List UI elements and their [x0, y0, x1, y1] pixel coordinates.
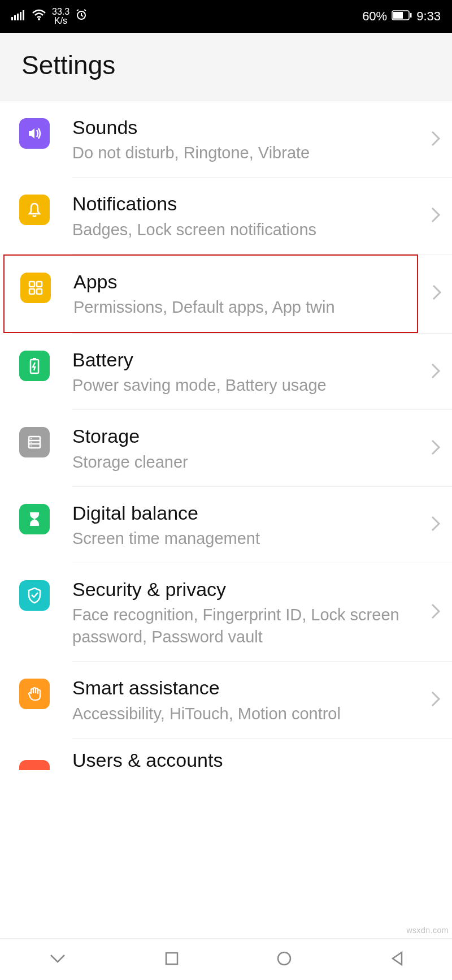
chevron-right-icon	[431, 690, 441, 710]
alarm-icon	[75, 8, 88, 24]
settings-item-users[interactable]: Users & accounts	[0, 739, 452, 770]
settings-item-security[interactable]: Security & privacy Face recognition, Fin…	[0, 563, 452, 662]
settings-item-digital-balance[interactable]: Digital balance Screen time management	[0, 487, 452, 563]
signal-icon	[11, 9, 26, 24]
row-subtitle: Power saving mode, Battery usage	[72, 374, 425, 396]
svg-rect-13	[37, 289, 42, 294]
chevron-right-icon	[432, 284, 442, 303]
apps-icon	[20, 273, 51, 303]
chevron-right-icon	[431, 515, 441, 534]
settings-item-notifications[interactable]: Notifications Badges, Lock screen notifi…	[0, 178, 452, 254]
chevron-right-icon	[431, 130, 441, 149]
chevron-right-icon	[431, 362, 441, 382]
row-subtitle: Accessibility, HiTouch, Motion control	[72, 703, 425, 725]
battery-icon	[392, 9, 412, 24]
page-title: Settings	[21, 50, 431, 80]
row-subtitle: Do not disturb, Ringtone, Vibrate	[72, 142, 425, 164]
digital-balance-icon	[19, 504, 50, 534]
svg-rect-9	[410, 13, 412, 18]
wifi-icon	[32, 9, 46, 24]
row-subtitle: Storage cleaner	[72, 451, 425, 473]
nav-recent-button[interactable]	[164, 951, 180, 969]
svg-rect-23	[166, 953, 177, 964]
settings-item-apps[interactable]: Apps Permissions, Default apps, App twin	[3, 254, 418, 333]
row-title: Battery	[72, 347, 425, 372]
hand-icon	[19, 679, 50, 709]
svg-rect-12	[29, 289, 34, 294]
watermark: wsxdn.com	[406, 926, 449, 935]
nav-back-button[interactable]	[389, 950, 404, 969]
svg-rect-11	[37, 282, 42, 287]
chevron-right-icon	[431, 439, 441, 458]
row-subtitle: Face recognition, Fingerprint ID, Lock s…	[72, 604, 425, 648]
row-title: Users & accounts	[72, 748, 435, 770]
svg-point-21	[31, 446, 32, 447]
svg-point-20	[31, 442, 32, 443]
row-subtitle: Permissions, Default apps, App twin	[73, 296, 400, 318]
chevron-right-icon	[431, 603, 441, 622]
svg-rect-2	[17, 14, 19, 20]
battery-icon	[19, 351, 50, 381]
row-subtitle: Badges, Lock screen notifications	[72, 219, 425, 241]
settings-item-storage[interactable]: Storage Storage cleaner	[0, 410, 452, 486]
row-title: Security & privacy	[72, 577, 425, 602]
net-speed: 33.3 K/s	[52, 7, 69, 25]
users-icon	[19, 760, 50, 770]
svg-rect-10	[29, 282, 34, 287]
svg-point-19	[31, 438, 32, 439]
row-title: Apps	[73, 269, 400, 294]
notifications-icon	[19, 195, 50, 225]
status-bar: 33.3 K/s 60% 9:33	[0, 0, 452, 33]
row-title: Notifications	[72, 191, 425, 216]
svg-rect-8	[393, 12, 403, 19]
row-title: Smart assistance	[72, 675, 425, 700]
settings-item-smart-assistance[interactable]: Smart assistance Accessibility, HiTouch,…	[0, 662, 452, 738]
svg-rect-0	[11, 17, 13, 20]
row-title: Digital balance	[72, 500, 425, 525]
sounds-icon	[19, 118, 50, 149]
settings-list: Sounds Do not disturb, Ringtone, Vibrate…	[0, 101, 452, 770]
battery-percent: 60%	[362, 9, 387, 24]
svg-rect-4	[23, 10, 24, 20]
svg-point-24	[278, 952, 290, 965]
row-title: Storage	[72, 424, 425, 448]
row-subtitle: Screen time management	[72, 528, 425, 550]
svg-rect-3	[20, 12, 21, 20]
shield-icon	[19, 580, 50, 611]
svg-rect-15	[33, 358, 36, 360]
svg-point-5	[38, 18, 40, 20]
storage-icon	[19, 427, 50, 457]
settings-header: Settings	[0, 33, 452, 101]
row-title: Sounds	[72, 115, 425, 140]
settings-item-battery[interactable]: Battery Power saving mode, Battery usage	[0, 334, 452, 410]
svg-rect-1	[14, 15, 16, 20]
settings-item-sounds[interactable]: Sounds Do not disturb, Ringtone, Vibrate	[0, 101, 452, 178]
status-time: 9:33	[416, 9, 441, 24]
navigation-bar	[0, 938, 452, 980]
nav-home-button[interactable]	[276, 950, 293, 969]
nav-hide-keyboard-icon[interactable]	[48, 952, 67, 967]
chevron-right-icon	[431, 206, 441, 226]
